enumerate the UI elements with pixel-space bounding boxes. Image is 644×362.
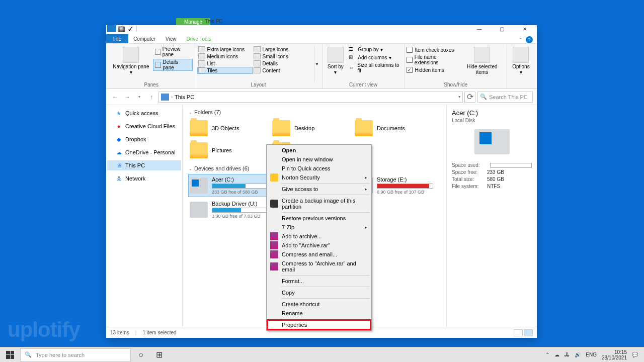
search-input[interactable]: 🔍 Search This PC [477, 92, 533, 103]
layout-more[interactable]: ▾ [314, 46, 320, 82]
sort-by-button[interactable]: Sort by ▾ [325, 46, 347, 76]
qat-sep [136, 26, 137, 32]
fs-label: File system: [452, 184, 487, 189]
details-pane-toggle[interactable]: Details pane [153, 59, 193, 71]
navigation-pane-icon [123, 47, 139, 63]
free-label: Space free: [452, 169, 487, 175]
hidden-items-toggle[interactable]: ✓Hidden items [407, 67, 458, 73]
tray-onedrive-icon[interactable]: ☁ [554, 352, 559, 357]
folder-tile[interactable]: Documents [354, 118, 434, 138]
forward-button[interactable]: → [122, 92, 132, 102]
hide-label: Hide selected items [462, 64, 503, 75]
group-by-button[interactable]: ☰Group by ▾ [348, 46, 402, 53]
taskbar-search[interactable]: 🔍 Type here to search [20, 348, 131, 361]
refresh-button[interactable]: ⟳ [464, 92, 475, 103]
breadcrumb[interactable]: This PC [175, 94, 194, 100]
sort-label: Sort by ▾ [327, 64, 345, 75]
up-button[interactable]: ↑ [146, 92, 156, 102]
nav-creative-cloud[interactable]: ●Creative Cloud Files [107, 121, 181, 131]
recent-dropdown[interactable]: ▾ [134, 92, 144, 102]
layout-large[interactable]: Large icons [253, 46, 308, 53]
task-view-button[interactable]: ⊞ [151, 348, 167, 361]
ribbon-collapse-icon[interactable]: ⌃ [519, 37, 523, 42]
drive-tile[interactable]: Acer (C:) 233 GB free of 580 GB [189, 174, 269, 197]
nav-quick-access[interactable]: ★Quick access [107, 108, 181, 118]
layout-medium[interactable]: Medium icons [197, 53, 253, 60]
address-field[interactable]: › This PC ▾ [158, 92, 463, 103]
taskbar-clock[interactable]: 10:15 28/10/2021 [602, 349, 627, 360]
qat-properties-icon[interactable]: ▦ [117, 25, 125, 32]
tab-view[interactable]: View [160, 34, 182, 43]
minimize-button[interactable]: — [468, 25, 491, 32]
folder-tile[interactable]: Desktop [271, 118, 352, 138]
cm-7zip[interactable]: 7-Zip▸ [268, 223, 370, 232]
tray-network-icon[interactable]: 🖧 [565, 352, 570, 357]
tab-file[interactable]: File [106, 34, 128, 43]
size-columns-button[interactable]: ↔Size all columns to fit [348, 62, 402, 74]
nav-onedrive[interactable]: ☁OneDrive - Personal [107, 147, 181, 157]
address-dropdown[interactable]: ▾ [458, 95, 460, 99]
cm-copy[interactable]: Copy [268, 288, 370, 297]
back-button[interactable]: ← [110, 92, 120, 102]
folder-tile[interactable]: Pictures [189, 140, 269, 160]
navigation-pane-button[interactable]: Navigation pane ▾ [110, 46, 152, 76]
tab-computer[interactable]: Computer [128, 34, 160, 43]
folder-label: 3D Objects [212, 125, 239, 131]
cm-restore[interactable]: Restore previous versions [268, 214, 370, 223]
preview-pane-toggle[interactable]: Preview pane [153, 46, 193, 58]
cm-format[interactable]: Format... [268, 277, 370, 286]
file-extensions-toggle[interactable]: File name extensions [407, 54, 458, 65]
breadcrumb-chev[interactable]: › [171, 95, 173, 100]
status-selected: 1 item selected [142, 330, 176, 335]
nav-dropbox[interactable]: ◆Dropbox [107, 134, 181, 144]
cm-rename[interactable]: Rename [268, 309, 370, 318]
cm-open[interactable]: Open [268, 146, 370, 155]
cm-give-access[interactable]: Give access to▸ [268, 185, 370, 194]
layout-small[interactable]: Small icons [253, 53, 308, 60]
details-icon [254, 60, 261, 66]
layout-list[interactable]: List [197, 60, 253, 67]
help-icon[interactable]: ? [526, 36, 533, 43]
ribbon-group-layout: Extra large icons Large icons Medium ico… [195, 45, 323, 88]
cm-properties[interactable]: Properties [268, 320, 370, 329]
cortana-button[interactable]: ○ [133, 348, 149, 361]
tray-chevron-icon[interactable]: ⌃ [545, 352, 549, 357]
add-columns-button[interactable]: ⊞Add columns ▾ [348, 54, 402, 61]
close-button[interactable]: ✕ [513, 25, 536, 32]
layout-content[interactable]: Content [253, 67, 308, 74]
details-view-button[interactable] [514, 329, 523, 336]
drive-tile[interactable]: Backup Driver (U:) 3,80 GB free of 7,83 … [189, 199, 269, 221]
start-button[interactable] [2, 348, 18, 361]
tray-volume-icon[interactable]: 🔊 [575, 352, 581, 357]
tab-drive-tools[interactable]: Drive Tools [182, 34, 216, 43]
cm-compress-rar-email[interactable]: Compress to "Archive.rar" and email [268, 259, 370, 274]
chevron-down-icon: ⌄ [189, 166, 192, 171]
layout-tiles[interactable]: Tiles [197, 67, 253, 74]
cm-add-archive[interactable]: Add to archive... [268, 232, 370, 241]
tray-language[interactable]: ENG [586, 352, 597, 357]
drive-usage-bar [212, 208, 268, 213]
maximize-button[interactable]: ▢ [491, 25, 513, 32]
qat-new-folder-icon[interactable]: ✓ [126, 25, 134, 32]
tiles-view-button[interactable] [524, 329, 533, 336]
cm-open-new-window[interactable]: Open in new window [268, 155, 370, 164]
cm-create-shortcut[interactable]: Create shortcut [268, 300, 370, 309]
cm-norton[interactable]: Norton Security▸ [268, 173, 370, 182]
cm-compress-email[interactable]: Compress and email... [268, 250, 370, 259]
item-checkboxes-toggle[interactable]: Item check boxes [407, 47, 458, 53]
layout-extra-large[interactable]: Extra large icons [197, 46, 253, 53]
notifications-icon[interactable]: 💬 [632, 352, 638, 357]
nav-this-pc[interactable]: 🖥This PC [107, 160, 181, 170]
layout-details[interactable]: Details [253, 60, 308, 67]
qat-explorer-icon[interactable] [107, 25, 116, 32]
folders-section-header[interactable]: ⌄Folders (7) [189, 109, 440, 115]
details-pane: Acer (C:) Local Disk Space used: Space f… [446, 105, 537, 327]
folder-tile[interactable]: 3D Objects [189, 118, 269, 138]
hide-selected-button[interactable]: Hide selected items [460, 46, 505, 76]
nav-network[interactable]: 🖧Network [107, 173, 181, 184]
cm-add-rar[interactable]: Add to "Archive.rar" [268, 241, 370, 250]
cm-backup-image[interactable]: Create a backup image of this partition [268, 196, 370, 211]
cm-pin-quick-access[interactable]: Pin to Quick access [268, 164, 370, 173]
options-button[interactable]: Options ▾ [509, 46, 533, 76]
ribbon-group-options: Options ▾ [507, 45, 535, 88]
